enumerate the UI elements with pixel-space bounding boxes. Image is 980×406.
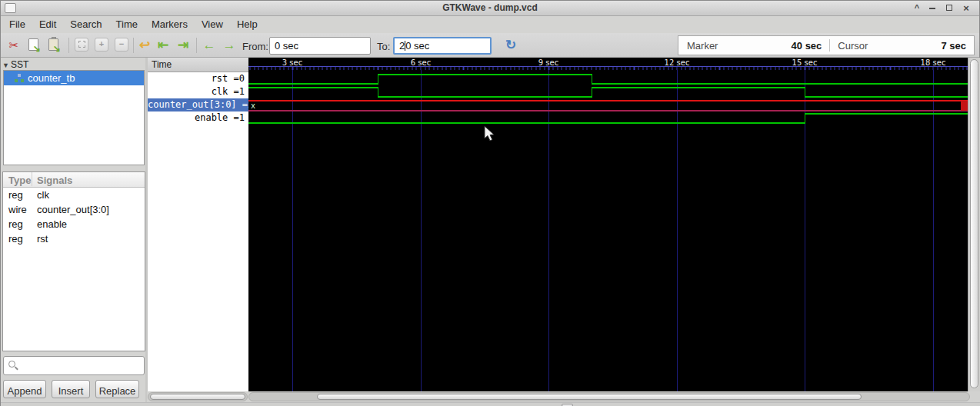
window-title: GTKWave - dump.vcd: [1, 2, 979, 13]
gridline: [548, 70, 549, 391]
toolbar: ✂ ↘ ↘ + − ↩ ⇤ ⇥ ← → From: 0 sec To: 20 s…: [1, 33, 979, 58]
wave-edge-enable: [805, 113, 805, 124]
vertical-scrollbar[interactable]: [968, 58, 980, 391]
bus-top-counter_out[3:0]: [248, 100, 968, 102]
zoom-in-icon[interactable]: +: [95, 38, 108, 52]
wave-segment-clk: [805, 96, 968, 98]
bus-value-label: x: [251, 102, 255, 110]
bus-bottom-counter_out[3:0]: [248, 110, 968, 111]
menu-edit[interactable]: Edit: [32, 16, 63, 33]
menu-time[interactable]: Time: [109, 16, 145, 33]
table-row-rst[interactable]: regrst: [3, 231, 145, 246]
tree-item-counter_tb[interactable]: counter_tb: [4, 71, 144, 85]
signal-name-row[interactable]: enable =1: [148, 111, 248, 125]
wave-segment-rst: [248, 83, 378, 85]
shift-left-icon[interactable]: ←: [201, 36, 218, 55]
wave-segment-enable: [248, 122, 805, 124]
wave-scrollbar-thumb[interactable]: [317, 394, 862, 400]
table-row-clk[interactable]: regclk: [3, 188, 145, 202]
marker-value: 40 sec: [792, 40, 822, 52]
menu-search[interactable]: Search: [63, 16, 108, 33]
append-button[interactable]: Append: [3, 380, 46, 398]
menu-markers[interactable]: Markers: [145, 16, 195, 33]
zoom-out-icon[interactable]: −: [115, 38, 128, 52]
ruler-label: 12 sec: [654, 58, 700, 67]
ruler-label: 3 sec: [269, 58, 315, 67]
signal-name-row[interactable]: clk =1: [148, 85, 248, 98]
hierarchy-icon: [15, 74, 25, 82]
menu-help[interactable]: Help: [230, 16, 265, 33]
signal-search-box: [3, 356, 145, 375]
table-row-counter_out[3:0][interactable]: wirecounter_out[3:0]: [3, 202, 145, 217]
search-input[interactable]: [19, 358, 141, 373]
zoom-fit-icon[interactable]: [75, 38, 88, 52]
from-label: From:: [242, 41, 268, 52]
signal-name-row[interactable]: counter_out[3:0] =x: [148, 98, 248, 111]
from-time-input[interactable]: 0 sec: [269, 37, 371, 55]
horizontal-scrollbar-row: [147, 391, 980, 402]
signals-table-header: TypeSignals: [3, 172, 145, 188]
wave-segment-enable: [805, 113, 968, 115]
names-horizontal-scrollbar[interactable]: [148, 392, 248, 401]
names-scrollbar-thumb[interactable]: [150, 394, 245, 400]
close-window-icon[interactable]: ×: [959, 2, 973, 15]
bus-end-fill: [961, 101, 968, 111]
wave-segment-clk: [378, 96, 592, 98]
insert-button[interactable]: Insert: [52, 380, 90, 398]
wave-segment-rst: [378, 74, 592, 75]
collapse-triangle-icon[interactable]: ▼: [2, 62, 9, 69]
ruler-label: 18 sec: [910, 58, 956, 67]
wave-edge-rst: [378, 74, 378, 85]
signal-name-row[interactable]: rst =0: [148, 72, 248, 85]
to-label: To:: [377, 41, 390, 52]
cursor-value: 7 sec: [941, 40, 966, 52]
type-column-header[interactable]: Type: [3, 172, 32, 186]
wave-segment-rst: [592, 83, 968, 85]
to-start-icon[interactable]: ⇤: [155, 36, 172, 55]
ruler-label: 6 sec: [398, 58, 444, 67]
cut-icon[interactable]: ✂: [5, 36, 22, 55]
marker-label: Marker: [687, 40, 718, 52]
waveform-canvas[interactable]: 3 sec6 sec9 sec12 sec15 sec18 secx: [248, 58, 968, 391]
signals-table[interactable]: TypeSignals regclkwirecounter_out[3:0]re…: [2, 171, 145, 351]
reload-icon[interactable]: ↻: [502, 36, 519, 55]
readout-separator: [829, 39, 830, 52]
search-icon: [8, 361, 15, 368]
maximize-window-icon[interactable]: [942, 2, 956, 15]
cursor-label: Cursor: [838, 40, 868, 52]
paste-icon[interactable]: ↘: [48, 38, 58, 51]
table-row-enable[interactable]: regenable: [3, 217, 145, 231]
replace-button[interactable]: Replace: [95, 380, 139, 398]
mouse-cursor: [484, 125, 496, 142]
signal-names-panel[interactable]: Time rst =0clk =1counter_out[3:0] =xenab…: [148, 58, 248, 391]
menu-view[interactable]: View: [195, 16, 230, 33]
title-bar[interactable]: GTKWave - dump.vcd ^ ×: [1, 1, 979, 16]
wave-segment-clk: [592, 87, 805, 88]
toolbar-separator: [133, 38, 134, 53]
shift-right-icon[interactable]: →: [221, 36, 238, 55]
gridline: [677, 70, 678, 391]
ruler-label: 15 sec: [782, 58, 828, 67]
sst-section-header[interactable]: ▼SST: [2, 59, 28, 70]
gridline: [933, 70, 934, 391]
menu-file[interactable]: File: [2, 16, 32, 33]
zoom-undo-icon[interactable]: ↩: [136, 36, 153, 55]
wave-horizontal-scrollbar[interactable]: [248, 392, 970, 401]
to-end-icon[interactable]: ⇥: [175, 36, 192, 55]
time-ruler-ticks: [248, 67, 968, 70]
signals-column-header[interactable]: Signals: [32, 172, 72, 186]
sst-tree[interactable]: counter_tb: [3, 70, 145, 165]
shade-window-icon[interactable]: ^: [910, 2, 924, 15]
copy-icon[interactable]: ↘: [28, 38, 38, 51]
minimize-window-icon[interactable]: [925, 2, 939, 15]
ruler-label: 9 sec: [525, 58, 572, 67]
wave-segment-clk: [248, 87, 378, 88]
menu-bar: FileEditSearchTimeMarkersViewHelp: [1, 16, 979, 33]
to-time-input[interactable]: 20 sec: [393, 37, 492, 55]
gtkwave-window: GTKWave - dump.vcd ^ × FileEditSearchTim…: [0, 0, 980, 406]
vertical-scrollbar-thumb[interactable]: [970, 59, 978, 388]
bottom-splitter[interactable]: [1, 402, 980, 406]
toolbar-separator: [196, 38, 197, 53]
wave-edge-clk: [592, 87, 592, 98]
marker-cursor-readout: Marker 40 sec Cursor 7 sec: [678, 35, 975, 55]
